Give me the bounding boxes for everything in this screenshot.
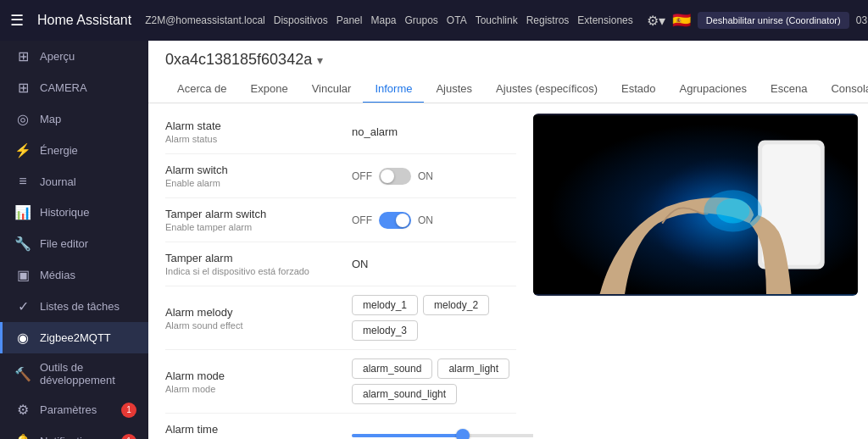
sidebar-item-zigbee2mqtt[interactable]: ◉ Zigbee2MQTT xyxy=(0,322,148,353)
sidebar-label-medias: Médias xyxy=(40,269,75,281)
tab-vincular[interactable]: Vincular xyxy=(300,75,364,103)
journal-icon: ≡ xyxy=(14,174,31,189)
medias-icon: ▣ xyxy=(14,267,31,283)
alarm-sound-light-button[interactable]: alarm_sound_light xyxy=(352,384,457,404)
sidebar-item-file-editor[interactable]: 🔧 File editor xyxy=(0,228,148,259)
sidebar-label-historique: Historique xyxy=(40,206,90,219)
sidebar-label-parametres: Paramètres xyxy=(40,403,97,416)
tab-informe[interactable]: Informe xyxy=(363,75,424,103)
apercu-icon: ⊞ xyxy=(14,48,31,64)
alarm-state-label: Alarm state xyxy=(165,119,352,132)
field-tamper-alarm-switch: Tamper alarm switch Enable tamper alarm … xyxy=(165,198,516,242)
alarm-switch-on-label: ON xyxy=(418,170,433,182)
menu-icon[interactable]: ☰ xyxy=(10,11,24,30)
alarm-switch-label: Alarm switch xyxy=(165,164,352,176)
alarm-time-label: Alarm time xyxy=(165,423,352,436)
sidebar-label-camera: CAMERA xyxy=(40,81,87,94)
sidebar-item-historique[interactable]: 📊 Historique xyxy=(0,197,148,228)
tab-agrupaciones[interactable]: Agrupaciones xyxy=(668,75,760,103)
sidebar-item-listes[interactable]: ✓ Listes de tâches xyxy=(0,291,148,322)
sidebar-label-listes: Listes de tâches xyxy=(40,300,120,313)
tamper-alarm-sublabel: Indica si el dispositivo está forzado xyxy=(165,266,352,276)
camera-icon: ⊞ xyxy=(14,80,31,96)
alarm-time-slider-thumb[interactable] xyxy=(456,429,470,440)
nav-mapa[interactable]: Mapa xyxy=(370,14,396,26)
field-tamper-alarm: Tamper alarm Indica si el dispositivo es… xyxy=(165,242,516,286)
alarm-melody-sublabel: Alarm sound effect xyxy=(165,320,352,331)
sidebar-item-camera[interactable]: ⊞ CAMERA xyxy=(0,72,148,103)
alarm-time-slider-track[interactable] xyxy=(352,434,533,437)
sidebar-item-parametres[interactable]: ⚙ Paramètres 1 xyxy=(0,394,148,425)
coordinator-button[interactable]: Deshabilitar unirse (Coordinator) xyxy=(698,12,849,29)
sidebar-item-notifications[interactable]: 🔔 Notifications 1 xyxy=(0,425,148,439)
zigbee-icon: ◉ xyxy=(14,330,31,346)
sidebar-item-journal[interactable]: ≡ Journal xyxy=(0,166,148,197)
melody-3-button[interactable]: melody_3 xyxy=(352,320,418,341)
topbar-time: 03:27 xyxy=(856,14,868,26)
melody-2-button[interactable]: melody_2 xyxy=(423,295,489,315)
tamper-switch-sublabel: Enable tamper alarm xyxy=(165,222,352,232)
tab-estado[interactable]: Estado xyxy=(609,75,667,103)
melody-1-button[interactable]: melody_1 xyxy=(352,295,418,315)
sidebar-item-energie[interactable]: ⚡ Énergie xyxy=(0,135,148,166)
device-header: 0xa4c138185f60342a ▾ xyxy=(148,41,868,75)
notifications-icon: 🔔 xyxy=(14,433,31,439)
field-alarm-melody: Alarm melody Alarm sound effect melody_1… xyxy=(165,286,516,350)
alarm-mode-options: alarm_sound alarm_light alarm_sound_ligh… xyxy=(352,358,516,404)
alarm-mode-sublabel: Alarm mode xyxy=(165,384,352,394)
alarm-state-value: no_alarm xyxy=(352,125,398,138)
tamper-switch-label: Tamper alarm switch xyxy=(165,208,352,220)
device-id-chevron[interactable]: ▾ xyxy=(317,53,323,67)
tamper-alarm-label: Tamper alarm xyxy=(165,252,352,264)
form-section: Alarm state Alarm status no_alarm Alarm … xyxy=(148,103,533,439)
tab-ajustes[interactable]: Ajustes xyxy=(424,75,484,103)
app-title: Home Assistant xyxy=(37,13,131,28)
main-content: 0xa4c138185f60342a ▾ Acerca de Expone Vi… xyxy=(148,41,868,439)
settings-icon[interactable]: ⚙▾ xyxy=(647,13,665,29)
alarm-sound-button[interactable]: alarm_sound xyxy=(352,358,432,379)
alarm-mode-label: Alarm mode xyxy=(165,370,352,382)
sidebar-label-notifications: Notifications xyxy=(40,435,100,439)
field-alarm-switch: Alarm switch Enable alarm OFF ON xyxy=(165,154,516,198)
tab-ajustes-especificos[interactable]: Ajustes (específicos) xyxy=(484,75,609,103)
alarm-switch-toggle[interactable] xyxy=(379,168,411,185)
alarm-switch-off-label: OFF xyxy=(352,170,372,182)
tab-escena[interactable]: Escena xyxy=(759,75,819,103)
nav-dispositivos[interactable]: Dispositivos xyxy=(274,14,328,26)
nav-grupos[interactable]: Grupos xyxy=(405,14,438,26)
panel-body: Alarm state Alarm status no_alarm Alarm … xyxy=(148,103,868,439)
language-flag[interactable]: 🇪🇸 xyxy=(672,11,691,30)
nav-extensiones[interactable]: Extensiones xyxy=(577,14,632,26)
sidebar-label-outils: Outils de développement xyxy=(40,361,136,386)
tamper-switch-toggle[interactable] xyxy=(379,212,411,229)
sidebar-label-map: Map xyxy=(40,113,61,125)
nav-z2m[interactable]: Z2M@homeassistant.local xyxy=(145,14,265,26)
tab-expone[interactable]: Expone xyxy=(239,75,300,103)
alarm-melody-options: melody_1 melody_2 melody_3 xyxy=(352,295,516,341)
sidebar-item-medias[interactable]: ▣ Médias xyxy=(0,259,148,291)
tamper-switch-on-label: ON xyxy=(418,214,433,226)
field-alarm-time: Alarm time Alarm duration in minutes min xyxy=(165,414,516,439)
nav-touchlink[interactable]: Touchlink xyxy=(476,14,518,26)
historique-icon: 📊 xyxy=(14,204,31,220)
sidebar-item-outils[interactable]: 🔨 Outils de développement xyxy=(0,353,148,394)
outils-icon: 🔨 xyxy=(14,366,31,382)
topbar-right: ⚙▾ 🇪🇸 Deshabilitar unirse (Coordinator) … xyxy=(647,11,868,30)
tab-consola[interactable]: Consola de desarrollo xyxy=(819,75,868,103)
listes-icon: ✓ xyxy=(14,298,31,314)
tab-acerca-de[interactable]: Acerca de xyxy=(165,75,239,103)
alarm-light-button[interactable]: alarm_light xyxy=(437,358,509,379)
device-id: 0xa4c138185f60342a ▾ xyxy=(165,51,851,75)
topbar: ☰ Home Assistant Z2M@homeassistant.local… xyxy=(0,0,868,41)
alarm-switch-toggle-group: OFF ON xyxy=(352,168,433,185)
nav-registros[interactable]: Registros xyxy=(526,14,570,26)
device-photo xyxy=(533,114,858,296)
device-photo-svg xyxy=(533,114,858,296)
sidebar-label-zigbee2mqtt: Zigbee2MQTT xyxy=(40,331,111,344)
field-alarm-mode: Alarm mode Alarm mode alarm_sound alarm_… xyxy=(165,350,516,414)
sidebar-item-apercu[interactable]: ⊞ Aperçu xyxy=(0,41,148,72)
nav-panel[interactable]: Panel xyxy=(337,14,363,26)
nav-ota[interactable]: OTA xyxy=(447,14,467,26)
sidebar-label-file-editor: File editor xyxy=(40,237,88,250)
sidebar-item-map[interactable]: ◎ Map xyxy=(0,103,148,135)
